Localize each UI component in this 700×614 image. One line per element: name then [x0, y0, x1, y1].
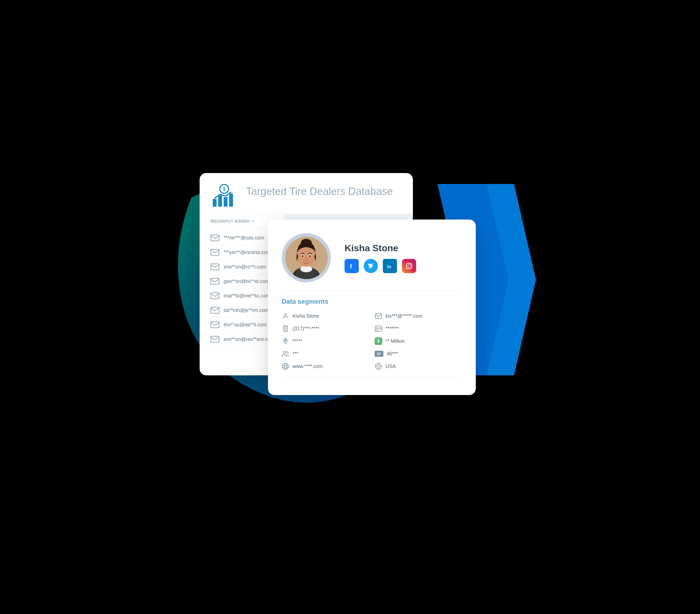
- data-grid: Kisha Stone kis***@*****.com: [282, 312, 462, 370]
- employees-value: ***: [292, 351, 298, 357]
- avatar-image: [285, 237, 328, 279]
- email-envelope-icon: [211, 292, 219, 299]
- website-icon: [282, 363, 289, 370]
- email-address: geo**sn@bc**el.com: [224, 278, 269, 284]
- svg-rect-31: [375, 314, 382, 318]
- data-row-zip: ZIP 46***: [375, 350, 462, 358]
- svg-point-45: [284, 363, 287, 369]
- data-row-id: *******: [375, 325, 462, 333]
- location-value: *****: [292, 338, 302, 344]
- svg-rect-5: [229, 193, 233, 207]
- data-row-country: USA: [375, 363, 462, 370]
- person-icon: [282, 312, 289, 320]
- email-envelope-icon: [211, 264, 219, 270]
- linkedin-icon[interactable]: in: [383, 259, 397, 273]
- data-row-employees: ***: [282, 350, 369, 358]
- email-address: mat**kl@me**kc.com: [224, 293, 271, 299]
- svg-point-43: [287, 352, 288, 353]
- email-envelope-icon: [211, 249, 219, 255]
- location-icon: [282, 337, 289, 345]
- revenue-icon: $: [375, 337, 382, 345]
- email-icon: [375, 312, 382, 320]
- svg-rect-3: [218, 196, 222, 207]
- recently-added-chevron: ▼: [251, 220, 254, 223]
- data-row-phone: (317)***-****: [282, 325, 369, 333]
- svg-point-23: [302, 255, 303, 257]
- name-value: Kisha Stone: [292, 313, 319, 319]
- facebook-icon[interactable]: f: [345, 259, 359, 273]
- email-address: ***yer**@incorta.com: [224, 250, 271, 255]
- svg-point-24: [309, 255, 311, 257]
- svg-point-42: [283, 351, 286, 353]
- svg-rect-10: [211, 293, 219, 299]
- email-address: da**mh@jk**rm.com: [224, 308, 268, 313]
- svg-point-44: [283, 363, 288, 369]
- app-logo-icon: $: [211, 184, 238, 209]
- zip-value: 46***: [387, 351, 398, 357]
- svg-text:$: $: [223, 187, 226, 191]
- profile-card: Kisha Stone f in: [268, 220, 476, 395]
- email-envelope-icon: [211, 336, 219, 342]
- email-envelope-icon: [211, 307, 219, 314]
- svg-rect-13: [211, 336, 219, 342]
- profile-name: Kisha Stone: [345, 243, 462, 253]
- svg-rect-9: [211, 278, 219, 284]
- svg-point-20: [301, 239, 312, 247]
- country-value: USA: [386, 364, 396, 369]
- svg-point-41: [285, 339, 286, 341]
- email-envelope-icon: [211, 322, 219, 328]
- data-row-website: www.****.com: [282, 363, 369, 370]
- list-card-header: $ Targeted Tire Dealers Database: [200, 173, 413, 214]
- id-icon: [375, 325, 382, 333]
- data-row-name: Kisha Stone: [282, 312, 369, 320]
- svg-rect-4: [224, 197, 227, 207]
- svg-point-30: [284, 314, 287, 316]
- svg-text:in: in: [387, 264, 391, 269]
- divider-bottom: [282, 377, 462, 377]
- email-address: tho**as@da**il.com: [224, 322, 266, 328]
- email-value: kis***@*****.com: [386, 313, 423, 319]
- avatar-container: [282, 233, 331, 283]
- app-title: Targeted Tire Dealers Database: [246, 184, 393, 198]
- data-row-location: *****: [282, 337, 369, 345]
- email-envelope-icon: [211, 235, 219, 241]
- email-address: ***ne***@ods.com: [224, 235, 264, 241]
- svg-point-28: [408, 265, 410, 267]
- svg-rect-2: [213, 199, 216, 207]
- svg-rect-7: [211, 249, 219, 255]
- instagram-icon[interactable]: [402, 259, 416, 273]
- social-icons: f in: [345, 259, 462, 273]
- twitter-icon[interactable]: [364, 259, 378, 273]
- data-row-email: kis***@*****.com: [375, 312, 462, 320]
- zip-icon: ZIP: [375, 351, 383, 357]
- email-envelope-icon: [211, 278, 219, 285]
- revenue-value: ** Million: [386, 338, 405, 344]
- svg-point-38: [376, 327, 378, 329]
- data-row-revenue: $ ** Million: [375, 337, 462, 345]
- svg-point-49: [377, 365, 380, 368]
- svg-rect-12: [211, 322, 219, 328]
- data-segments-title: Data segments: [282, 298, 462, 305]
- email-address: emi**on@reu**ers.com: [224, 337, 274, 342]
- profile-info: Kisha Stone f in: [345, 243, 462, 273]
- svg-point-29: [410, 264, 411, 265]
- svg-rect-8: [211, 264, 219, 270]
- profile-top: Kisha Stone f in: [282, 233, 462, 283]
- country-icon: [375, 363, 382, 370]
- scene: $ Targeted Tire Dealers Database RECENTL…: [186, 156, 514, 458]
- col-recently-label: RECENTLY ADDED: [211, 219, 250, 223]
- id-value: *******: [386, 326, 399, 331]
- phone-icon: [282, 325, 289, 333]
- avatar-inner: [285, 237, 328, 279]
- website-value: www.****.com: [292, 364, 323, 369]
- svg-rect-11: [211, 307, 219, 313]
- employees-icon: [282, 350, 289, 358]
- svg-rect-6: [211, 235, 219, 241]
- svg-text:f: f: [350, 263, 352, 270]
- phone-value: (317)***-****: [292, 326, 319, 331]
- email-address: sha**on@ro**t.com: [224, 264, 266, 270]
